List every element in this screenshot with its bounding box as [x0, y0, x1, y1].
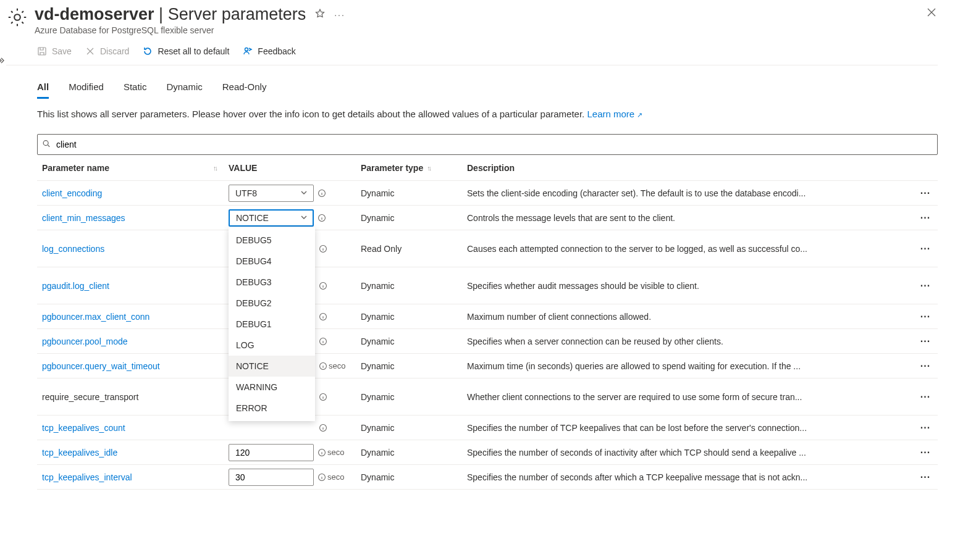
value-cell: NOTICEDEBUG5DEBUG4DEBUG3DEBUG2DEBUG1LOGN… — [229, 209, 361, 227]
parameter-type: Dynamic — [361, 361, 467, 371]
tab-dynamic[interactable]: Dynamic — [166, 81, 202, 99]
row-more-icon[interactable]: ··· — [913, 311, 938, 322]
table-row: pgbouncer.pool_modeDynamicSpecifies when… — [37, 329, 938, 354]
parameter-name-link[interactable]: tcp_keepalives_idle — [37, 441, 229, 464]
value-cell: seco — [229, 469, 361, 486]
dropdown-option[interactable]: DEBUG4 — [229, 251, 315, 272]
info-icon[interactable] — [319, 244, 327, 253]
info-icon[interactable]: seco — [318, 448, 344, 457]
tab-modified[interactable]: Modified — [69, 81, 104, 99]
svg-point-3 — [43, 141, 48, 146]
parameter-type: Read Only — [361, 244, 467, 254]
col-parameter-type[interactable]: Parameter type ↑↓ — [361, 163, 467, 173]
value-dropdown[interactable]: NOTICE — [229, 209, 314, 227]
table-row: log_connectionsRead OnlyCauses each atte… — [37, 230, 938, 267]
parameter-description: Maximum number of client connections all… — [467, 312, 913, 322]
parameter-type: Dynamic — [361, 392, 467, 402]
gear-icon — [6, 6, 28, 28]
favorite-star-icon[interactable] — [314, 8, 326, 21]
dropdown-option[interactable]: DEBUG3 — [229, 272, 315, 293]
table-row: require_secure_transportDynamicWhether c… — [37, 378, 938, 416]
row-more-icon[interactable]: ··· — [913, 447, 938, 458]
tab-all[interactable]: All — [37, 81, 49, 99]
parameter-name-link[interactable]: client_min_messages — [37, 207, 229, 229]
unit-label: seco — [327, 472, 344, 482]
parameter-description: Specifies whether audit messages should … — [467, 281, 913, 291]
table-row: tcp_keepalives_idlesecoDynamicSpecifies … — [37, 440, 938, 465]
info-icon[interactable] — [319, 424, 327, 432]
parameter-name-link[interactable]: tcp_keepalives_count — [37, 417, 229, 439]
dropdown-option[interactable]: DEBUG2 — [229, 293, 315, 314]
row-more-icon[interactable]: ··· — [913, 336, 938, 347]
row-more-icon[interactable]: ··· — [913, 243, 938, 254]
parameter-name-link[interactable]: pgbouncer.max_client_conn — [37, 306, 229, 328]
row-more-icon[interactable]: ··· — [913, 391, 938, 403]
parameter-name-link[interactable]: tcp_keepalives_interval — [37, 466, 229, 488]
row-more-icon[interactable]: ··· — [913, 280, 938, 291]
value-input[interactable] — [229, 444, 314, 461]
dropdown-option[interactable]: NOTICE — [229, 356, 315, 377]
row-more-icon[interactable]: ··· — [913, 361, 938, 372]
dropdown-option[interactable]: LOG — [229, 335, 315, 356]
info-icon[interactable] — [319, 282, 327, 290]
row-more-icon[interactable]: ··· — [913, 188, 938, 199]
value-input[interactable] — [229, 469, 314, 486]
feedback-button[interactable]: Feedback — [243, 46, 295, 56]
parameters-table: Parameter name ↑↓ VALUE Parameter type ↑… — [37, 155, 938, 490]
parameter-description: Specifies the number of TCP keepalives t… — [467, 423, 913, 433]
dropdown-option[interactable]: ERROR — [229, 398, 315, 419]
parameter-description: Controls the message levels that are sen… — [467, 213, 913, 223]
sort-icon: ↑↓ — [213, 164, 216, 172]
parameter-name-link[interactable]: log_connections — [37, 238, 229, 260]
dropdown-option[interactable]: DEBUG1 — [229, 314, 315, 335]
svg-rect-1 — [38, 48, 46, 55]
dropdown-menu: DEBUG5DEBUG4DEBUG3DEBUG2DEBUG1LOGNOTICEW… — [229, 227, 315, 421]
reset-all-button[interactable]: Reset all to default — [143, 46, 229, 56]
parameter-type: Dynamic — [361, 448, 467, 458]
more-actions-icon[interactable]: ··· — [334, 10, 345, 20]
resource-type-subtitle: Azure Database for PostgreSQL flexible s… — [35, 25, 955, 35]
command-bar: Save Discard Reset all to default Feedba… — [6, 35, 938, 65]
info-icon[interactable] — [319, 393, 327, 401]
tab-static[interactable]: Static — [124, 81, 147, 99]
save-button[interactable]: Save — [37, 46, 72, 56]
info-icon[interactable]: seco — [318, 472, 344, 482]
parameter-name-link[interactable]: pgbouncer.pool_mode — [37, 330, 229, 353]
learn-more-link[interactable]: Learn more ↗ — [587, 109, 642, 119]
parameter-name-link[interactable]: pgbouncer.query_wait_timeout — [37, 355, 229, 377]
row-more-icon[interactable]: ··· — [913, 472, 938, 483]
row-more-icon[interactable]: ··· — [913, 422, 938, 433]
search-input[interactable] — [37, 134, 938, 155]
parameter-description: Specifies the number of seconds of inact… — [467, 448, 913, 458]
row-more-icon[interactable]: ··· — [913, 212, 938, 224]
parameter-type: Dynamic — [361, 213, 467, 223]
dropdown-option[interactable]: DEBUG5 — [229, 230, 315, 251]
value-cell — [229, 424, 361, 432]
parameter-description: Specifies the number of seconds after wh… — [467, 472, 913, 482]
parameter-type: Dynamic — [361, 312, 467, 322]
search-icon — [42, 140, 51, 150]
col-parameter-name[interactable]: Parameter name ↑↓ — [37, 163, 229, 173]
info-icon[interactable] — [318, 189, 326, 198]
page-header: vd-demoserver | Server parameters ··· Az… — [6, 0, 955, 35]
expand-sidebar-icon[interactable] — [0, 57, 5, 66]
info-icon[interactable] — [318, 214, 326, 222]
table-row: tcp_keepalives_intervalsecoDynamicSpecif… — [37, 465, 938, 490]
col-description: Description — [467, 163, 913, 173]
tab-read-only[interactable]: Read-Only — [222, 81, 267, 99]
table-row: tcp_keepalives_countDynamicSpecifies the… — [37, 416, 938, 440]
info-icon[interactable] — [319, 312, 327, 321]
table-header: Parameter name ↑↓ VALUE Parameter type ↑… — [37, 155, 938, 181]
parameter-name-link[interactable]: client_encoding — [37, 182, 229, 204]
parameter-name-link[interactable]: pgaudit.log_client — [37, 275, 229, 297]
info-icon[interactable] — [319, 337, 327, 346]
value-dropdown[interactable]: UTF8 — [229, 185, 314, 202]
parameter-type: Dynamic — [361, 472, 467, 482]
svg-point-0 — [14, 14, 20, 20]
discard-button[interactable]: Discard — [85, 46, 129, 56]
tab-description: This list shows all server parameters. P… — [6, 99, 955, 119]
info-icon[interactable]: seco — [319, 361, 345, 370]
dropdown-option[interactable]: WARNING — [229, 377, 315, 398]
sort-icon: ↑↓ — [427, 164, 430, 172]
close-icon[interactable] — [927, 7, 936, 20]
